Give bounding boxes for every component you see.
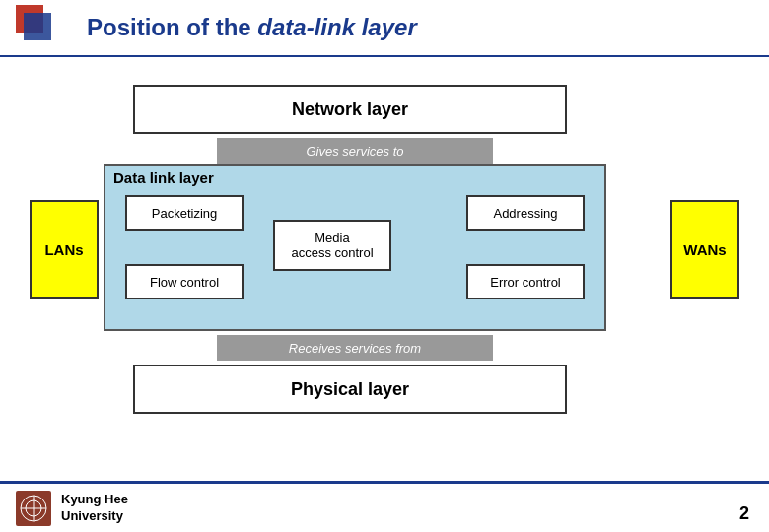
university-line1: Kyung Hee: [61, 492, 128, 508]
footer-logo: [16, 491, 51, 526]
error-control-box: Error control: [466, 264, 585, 299]
data-link-layer-box: Data link layer Packetizing Flow control…: [104, 164, 606, 331]
flow-control-box: Flow control: [125, 264, 244, 299]
addressing-box: Addressing: [466, 195, 585, 231]
footer: Kyung Hee University 2: [0, 481, 769, 532]
diagram-area: Network layer Gives services to LANs WAN…: [0, 57, 769, 481]
logo-blue: [24, 13, 51, 40]
physical-layer-label: Physical layer: [291, 379, 409, 400]
packetizing-label: Packetizing: [152, 206, 217, 221]
gives-services-text: Gives services to: [307, 144, 404, 159]
receives-services-banner: Receives services from: [217, 335, 493, 361]
page-number: 2: [739, 503, 749, 524]
wans-box: WANs: [670, 200, 739, 299]
wans-label: WANs: [683, 241, 726, 258]
network-layer-box: Network layer: [133, 85, 567, 134]
physical-layer-box: Physical layer: [133, 365, 567, 414]
page-title: Position of the data-link layer: [87, 14, 417, 41]
network-layer-label: Network layer: [292, 100, 408, 120]
title-text-2: data-link layer: [251, 14, 417, 40]
title-text-1: Position of the: [87, 14, 251, 40]
university-line2: University: [61, 508, 128, 525]
packetizing-box: Packetizing: [125, 195, 244, 231]
error-control-label: Error control: [490, 275, 561, 290]
gives-services-banner: Gives services to: [217, 138, 493, 164]
media-access-label: Media access control: [291, 231, 373, 260]
media-access-box: Media access control: [273, 220, 391, 271]
receives-services-text: Receives services from: [289, 341, 421, 356]
lans-box: LANs: [30, 200, 99, 299]
flow-control-label: Flow control: [150, 275, 219, 290]
logo: [16, 5, 75, 50]
addressing-label: Addressing: [493, 206, 557, 221]
header: Position of the data-link layer: [0, 0, 769, 57]
data-link-layer-label: Data link layer: [113, 169, 214, 186]
university-name: Kyung Hee University: [61, 492, 128, 525]
lans-label: LANs: [44, 241, 83, 258]
